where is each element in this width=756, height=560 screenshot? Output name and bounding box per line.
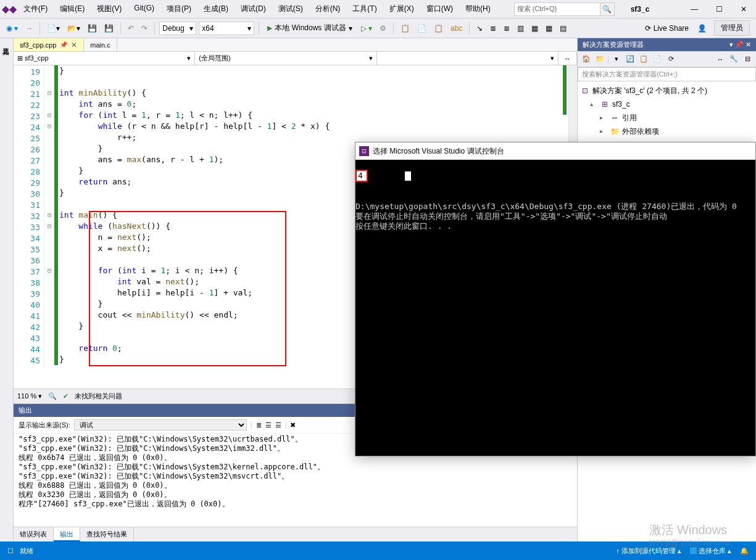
close-button[interactable]: ✕ <box>731 0 756 19</box>
menu-test[interactable]: 测试(S) <box>273 1 308 17</box>
nav-scope-dropdown[interactable]: (全局范围)▾ <box>195 52 376 65</box>
tb-btn-4[interactable]: abc <box>448 23 465 34</box>
menu-build[interactable]: 生成(B) <box>199 1 233 17</box>
run-debugger-button[interactable]: ▶本地 Windows 调试器▾ <box>264 22 355 35</box>
debug-console-window[interactable]: ⊡ 选择 Microsoft Visual Studio 调试控制台 4 D:\… <box>355 142 756 456</box>
close-tab-icon[interactable]: ✕ <box>71 41 77 49</box>
sol-wrench-button[interactable]: 🔧 <box>728 53 740 65</box>
repo-button[interactable]: ▥ 选择仓库 ▴ <box>690 546 731 556</box>
sol-btn-5[interactable]: 📋 <box>638 53 650 65</box>
tb-btn-2[interactable]: 📄 <box>415 23 429 34</box>
tb-btn-8[interactable]: ▥ <box>515 23 526 34</box>
tb-btn-10[interactable]: ▦ <box>543 23 555 34</box>
minimize-button[interactable]: — <box>682 0 707 19</box>
tab-find-symbols[interactable]: 查找符号结果 <box>80 527 134 541</box>
open-button[interactable]: 📂▾ <box>65 23 83 34</box>
redo-button[interactable]: ↷ <box>139 23 150 34</box>
sol-btn-7[interactable]: ⟳ <box>665 53 677 65</box>
search-input[interactable]: 搜索 (Ctrl+Q) <box>514 2 600 16</box>
tb-btn-1[interactable]: 📋 <box>398 23 412 34</box>
solution-search-input[interactable]: 搜索解决方案资源管理器(Ctrl+;) <box>578 67 756 81</box>
nav-back-button[interactable]: ◉ ▾ <box>4 23 20 34</box>
pin-icon[interactable]: ▾ 📌 ✕ <box>729 41 751 48</box>
menu-project[interactable]: 项目(P) <box>162 1 196 17</box>
config-dropdown[interactable]: Debug▾ <box>159 22 196 35</box>
solution-title: 解决方案资源管理器 <box>583 40 644 49</box>
tab-error-list[interactable]: 错误列表 <box>14 527 54 541</box>
menu-window[interactable]: 窗口(W) <box>422 1 458 17</box>
clear-output-button[interactable]: ≣ <box>256 421 262 429</box>
tb-btn-7[interactable]: ≣ <box>501 23 512 34</box>
save-all-button[interactable]: 💾 <box>102 23 116 34</box>
sol-home-button[interactable]: 🏠 <box>580 53 592 65</box>
sol-btn-8[interactable]: ↔ <box>714 53 726 65</box>
menu-edit[interactable]: 编辑(E) <box>55 1 89 17</box>
tb-btn-9[interactable]: ▦ <box>529 23 541 34</box>
issue-icon[interactable]: 🔍 <box>48 392 57 400</box>
solution-root-node[interactable]: ⊡解决方案 'sf3_c' (2 个项目, 共 2 个) <box>580 84 754 97</box>
menu-tools[interactable]: 工具(T) <box>347 1 381 17</box>
maximize-button[interactable]: ☐ <box>707 0 731 19</box>
live-share-button[interactable]: ⟳Live Share <box>641 23 692 34</box>
file-tab-other[interactable]: main.c <box>84 38 117 51</box>
bottom-tabs: 错误列表 输出 查找符号结果 <box>14 527 577 541</box>
vs-logo-icon: ◆◆ <box>0 0 19 19</box>
save-button[interactable]: 💾 <box>85 23 99 34</box>
console-body[interactable]: 4 D:\mysetup\gopath\src\dsy\sf3_c\x64\De… <box>355 160 755 241</box>
external-deps-node[interactable]: ▸📁外部依赖项 <box>580 125 754 138</box>
run-no-debug-button[interactable]: ▷ ▾ <box>359 23 375 34</box>
platform-dropdown[interactable]: x64▾ <box>199 22 254 35</box>
notifications-button[interactable]: 🔔 <box>740 547 749 555</box>
search-button[interactable]: 🔍 <box>600 2 615 16</box>
clear-all-button[interactable]: ✖ <box>290 421 296 429</box>
references-node[interactable]: ▸▫▫引用 <box>580 111 754 125</box>
main-menu: 文件(F) 编辑(E) 视图(V) Git(G) 项目(P) 生成(B) 调试(… <box>19 1 496 17</box>
nav-bar: ⊞ sf3_cpp▾ (全局范围)▾ ▾ ↔ <box>14 52 577 65</box>
admin-button[interactable]: 管理员 <box>714 20 750 36</box>
sol-btn-2[interactable]: 📁 <box>594 53 606 65</box>
sol-btn-4[interactable]: 🔄 <box>624 53 636 65</box>
nav-project-dropdown[interactable]: ⊞ sf3_cpp▾ <box>14 52 195 65</box>
stop-button[interactable]: ⚙ <box>377 23 389 34</box>
status-ready-label: 就绪 <box>20 546 33 556</box>
menu-extensions[interactable]: 扩展(X) <box>384 1 419 17</box>
status-icon: ☐ <box>7 547 14 555</box>
tb-btn-3[interactable]: 📋 <box>431 23 446 34</box>
nav-fwd-button[interactable]: → <box>23 23 35 34</box>
file-tab-active[interactable]: sf3_cpp.cpp 📌 ✕ <box>14 38 84 51</box>
tb-btn-6[interactable]: ≣ <box>488 23 499 34</box>
sol-collapse-button[interactable]: ⊟ <box>741 53 754 65</box>
zoom-level-dropdown[interactable]: 110 % ▾ <box>17 392 42 400</box>
solution-header: 解决方案资源管理器 ▾ 📌 ✕ <box>578 38 756 51</box>
toolbox-tab[interactable]: 工具箱 <box>0 38 14 541</box>
toggle-button-1[interactable]: ☰ <box>265 421 272 429</box>
menu-file[interactable]: 文件(F) <box>19 1 52 17</box>
sol-btn-3[interactable]: ▾ <box>610 53 623 65</box>
tb-btn-11[interactable]: ▤ <box>557 23 569 34</box>
feedback-button[interactable]: 👤 <box>695 23 709 34</box>
source-control-button[interactable]: ↑ 添加到源代码管理 ▴ <box>616 546 681 556</box>
fold-gutter[interactable]: ⊟⊟⊟⊟⊟⊟ <box>44 65 54 365</box>
menu-help[interactable]: 帮助(H) <box>460 1 496 17</box>
output-source-label: 显示输出来源(S): <box>19 421 70 430</box>
tab-output[interactable]: 输出 <box>54 527 80 541</box>
menu-view[interactable]: 视图(V) <box>92 1 127 17</box>
nav-member-dropdown[interactable]: ▾ <box>377 52 559 65</box>
no-issues-label: 未找到相关问题 <box>75 392 122 401</box>
menu-debug[interactable]: 调试(D) <box>236 1 271 17</box>
solution-toolbar: 🏠 📁 | ▾ 🔄 📋 📄 ⟳ ↔ 🔧 ⊟ <box>578 51 756 67</box>
toggle-button-2[interactable]: ☰ <box>275 421 281 429</box>
menu-analyze[interactable]: 分析(N) <box>310 1 346 17</box>
project-node[interactable]: ▴⊞sf3_c <box>580 97 754 111</box>
pin-icon[interactable]: 📌 <box>60 41 67 48</box>
new-button[interactable]: 📄▾ <box>44 23 62 34</box>
nav-split-button[interactable]: ↔ <box>559 52 577 65</box>
tb-btn-5[interactable]: ↘ <box>474 23 485 34</box>
menu-git[interactable]: Git(G) <box>129 1 159 17</box>
console-icon: ⊡ <box>359 146 369 156</box>
undo-button[interactable]: ↶ <box>125 23 136 34</box>
line-numbers: 1920212223242526272829303132333435363738… <box>14 65 44 368</box>
console-titlebar[interactable]: ⊡ 选择 Microsoft Visual Studio 调试控制台 <box>355 142 755 160</box>
sol-btn-6[interactable]: 📄 <box>651 53 663 65</box>
output-source-dropdown[interactable]: 调试 <box>74 419 247 430</box>
